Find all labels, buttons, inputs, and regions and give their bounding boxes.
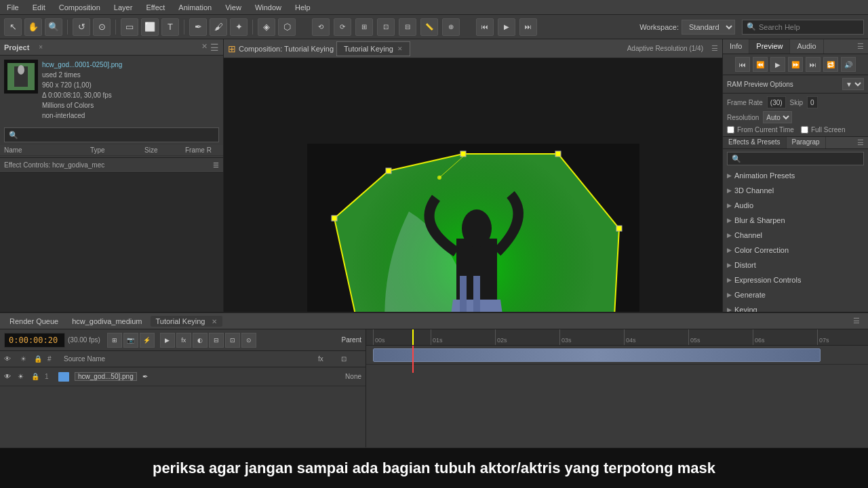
tl-camera-btn[interactable]: 📷 bbox=[123, 333, 138, 348]
ellipse-mask-tool[interactable]: ⬜ bbox=[141, 18, 159, 36]
effects-search-input[interactable] bbox=[741, 155, 859, 163]
text-tool[interactable]: T bbox=[161, 18, 179, 36]
full-screen-checkbox[interactable] bbox=[801, 126, 808, 134]
effect-cat-channel[interactable]: ▶ Channel bbox=[723, 228, 868, 243]
menu-window[interactable]: Window bbox=[252, 2, 284, 13]
ruler-btn[interactable]: 📏 bbox=[420, 18, 438, 36]
frame-rate-value[interactable]: (30) bbox=[767, 96, 786, 108]
effect-cat-3d-channel[interactable]: ▶ 3D Channel bbox=[723, 183, 868, 198]
effects-search-box[interactable]: 🔍 bbox=[727, 152, 864, 165]
effect-cat-audio[interactable]: ▶ Audio bbox=[723, 198, 868, 213]
rotation-tool[interactable]: ↺ bbox=[73, 18, 90, 36]
tl-tab-hcw-godiva[interactable]: hcw_godiva_medium bbox=[66, 316, 147, 327]
tl-tab-close-3[interactable]: ✕ bbox=[212, 318, 217, 325]
prev-back-btn[interactable]: ⏪ bbox=[753, 57, 768, 72]
right-panel-menu[interactable]: ☰ bbox=[853, 39, 868, 54]
tl-adjust2-btn[interactable]: ⊟ bbox=[209, 333, 224, 348]
from-current-checkbox[interactable] bbox=[727, 126, 734, 134]
effect-cat-distort[interactable]: ▶ Distort bbox=[723, 258, 868, 272]
project-panel-menu[interactable]: ☰ bbox=[210, 42, 219, 53]
comp-tab-close[interactable]: ✕ bbox=[397, 45, 403, 52]
menu-effect[interactable]: Effect bbox=[143, 2, 167, 13]
skip-back-btn[interactable]: ⏮ bbox=[476, 18, 494, 36]
tl-tab-render-queue[interactable]: Render Queue bbox=[4, 316, 64, 327]
playhead[interactable] bbox=[412, 329, 414, 346]
grid-btn[interactable]: ⊞ bbox=[355, 18, 373, 36]
effect-controls-menu[interactable]: ☰ bbox=[213, 161, 219, 169]
tl-sync-btn[interactable]: ⊙ bbox=[241, 333, 256, 348]
tab-effects-presets[interactable]: Effects & Presets bbox=[723, 137, 787, 148]
tab-info[interactable]: Info bbox=[723, 39, 749, 54]
project-search-box[interactable]: 🔍 bbox=[4, 127, 219, 142]
tl-flow2-btn[interactable]: ⊡ bbox=[225, 333, 240, 348]
col-frames[interactable]: Frame R bbox=[185, 146, 219, 154]
layer-eye[interactable]: 👁 bbox=[4, 373, 15, 380]
effect-cat-color-correction[interactable]: ▶ Color Correction bbox=[723, 243, 868, 258]
track-clip-1[interactable] bbox=[373, 348, 821, 362]
comp-menu[interactable]: ☰ bbox=[711, 44, 718, 53]
menu-view[interactable]: View bbox=[222, 2, 244, 13]
hand-tool[interactable]: ✋ bbox=[24, 18, 42, 36]
layer-solo[interactable]: ☀ bbox=[18, 373, 28, 380]
comp-tab[interactable]: Tutorial Keying ✕ bbox=[336, 41, 410, 56]
col-size[interactable]: Size bbox=[144, 146, 185, 154]
roto-tool[interactable]: ⬡ bbox=[278, 18, 296, 36]
puppet-tool[interactable]: ◈ bbox=[258, 18, 275, 36]
menu-composition[interactable]: Composition bbox=[56, 2, 103, 13]
timeline-menu[interactable]: ☰ bbox=[849, 317, 864, 325]
stamp-tool[interactable]: ✦ bbox=[230, 18, 248, 36]
effects-menu[interactable]: ☰ bbox=[853, 137, 868, 148]
prev-audio-btn[interactable]: 🔊 bbox=[841, 57, 856, 72]
prev-last-btn[interactable]: ⏭ bbox=[806, 57, 821, 72]
col-name[interactable]: Name bbox=[4, 146, 90, 154]
redo-btn[interactable]: ⟳ bbox=[334, 18, 351, 36]
effect-cat-expression[interactable]: ▶ Expression Controls bbox=[723, 272, 868, 287]
col-type[interactable]: Type bbox=[90, 146, 144, 154]
align-btn[interactable]: ⊟ bbox=[399, 18, 416, 36]
prev-forward-btn[interactable]: ⏩ bbox=[788, 57, 803, 72]
menu-file[interactable]: File bbox=[4, 2, 22, 13]
layer-lock[interactable]: 🔒 bbox=[31, 373, 42, 380]
workspace-dropdown[interactable]: Standard bbox=[682, 20, 735, 35]
tab-paragraph[interactable]: Paragrap bbox=[787, 137, 826, 148]
skip-fwd-btn[interactable]: ⏭ bbox=[519, 18, 537, 36]
pen-tool[interactable]: ✒ bbox=[189, 18, 207, 36]
tab-preview[interactable]: Preview bbox=[749, 39, 790, 54]
prev-loop-btn[interactable]: 🔁 bbox=[823, 57, 838, 72]
effect-cat-animation-presets[interactable]: ▶ Animation Presets bbox=[723, 168, 868, 183]
zoom-tool[interactable]: 🔍 bbox=[45, 18, 62, 36]
menu-help[interactable]: Help bbox=[292, 2, 313, 13]
tl-tab-tutorial-keying[interactable]: Tutorial Keying ✕ bbox=[151, 316, 222, 327]
prev-first-btn[interactable]: ⏮ bbox=[735, 57, 750, 72]
layer-pen-icon[interactable]: ✒ bbox=[142, 373, 148, 380]
layer-parent[interactable]: None bbox=[345, 373, 361, 380]
tl-timecode[interactable]: 0:00:00:20 bbox=[4, 333, 65, 348]
tl-motion-btn[interactable]: ◐ bbox=[193, 333, 208, 348]
guide-btn[interactable]: ⊕ bbox=[442, 18, 460, 36]
ram-preview-select[interactable]: ▼ bbox=[842, 78, 864, 90]
select-tool[interactable]: ↖ bbox=[4, 18, 22, 36]
rect-mask-tool[interactable]: ▭ bbox=[121, 18, 138, 36]
project-panel-close[interactable]: ✕ bbox=[201, 42, 208, 53]
menu-animation[interactable]: Animation bbox=[176, 2, 214, 13]
menu-edit[interactable]: Edit bbox=[30, 2, 48, 13]
menu-layer[interactable]: Layer bbox=[111, 2, 136, 13]
tab-audio[interactable]: Audio bbox=[790, 39, 823, 54]
camera-orbit-tool[interactable]: ⊙ bbox=[93, 18, 111, 36]
play-btn[interactable]: ▶ bbox=[498, 18, 515, 36]
project-search-input[interactable] bbox=[18, 131, 214, 139]
tl-play-btn[interactable]: ▶ bbox=[160, 333, 175, 348]
resolution-select[interactable]: Auto bbox=[763, 111, 792, 123]
search-help-box[interactable]: 🔍 Search Help bbox=[742, 20, 864, 35]
snap-btn[interactable]: ⊡ bbox=[377, 18, 395, 36]
prev-play-btn[interactable]: ▶ bbox=[770, 57, 785, 72]
effect-cat-generate[interactable]: ▶ Generate bbox=[723, 287, 868, 302]
tl-compose-btn[interactable]: ⊞ bbox=[107, 333, 122, 348]
effect-cat-blur-sharpen[interactable]: ▶ Blur & Sharpen bbox=[723, 213, 868, 228]
paint-tool[interactable]: 🖌 bbox=[210, 18, 227, 36]
skip-value[interactable]: 0 bbox=[807, 96, 818, 108]
tl-light-btn[interactable]: ⚡ bbox=[140, 333, 155, 348]
table-row[interactable]: 👁 ☀ 🔒 1 hcw_god...50].png ✒ None bbox=[0, 367, 366, 386]
tl-script-btn[interactable]: fx bbox=[176, 333, 191, 348]
undo-btn[interactable]: ⟲ bbox=[312, 18, 330, 36]
